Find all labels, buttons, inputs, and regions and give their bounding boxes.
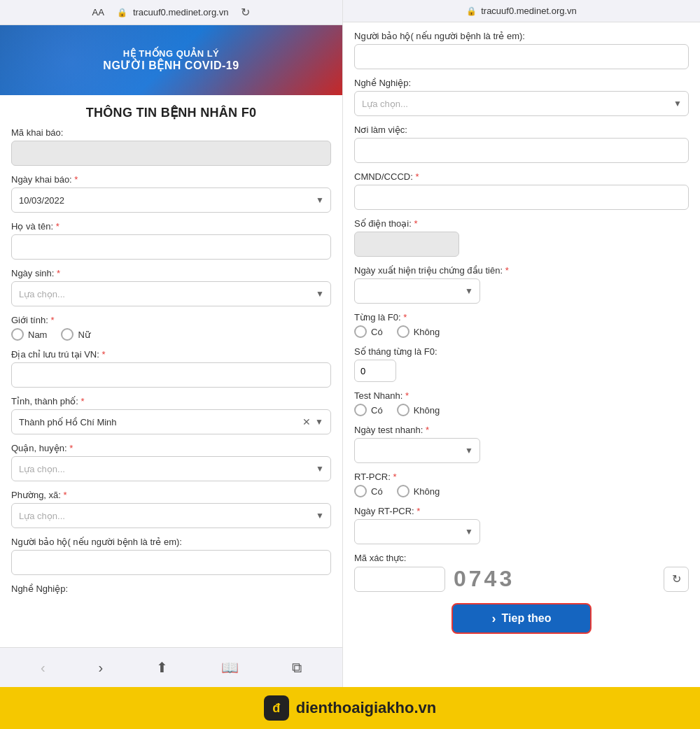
radio-rtpcr-khong[interactable]: Không — [397, 485, 440, 497]
radio-group-gioi-tinh: Nam Nữ — [11, 328, 331, 341]
field-noi-lam-viec: Nơi làm việc: — [354, 125, 689, 163]
radio-group-f0: Có Không — [354, 325, 689, 338]
select-phuong[interactable]: Lựa chọn... ▼ — [11, 503, 331, 528]
input-noi-lam-viec[interactable] — [354, 138, 689, 163]
label-nghe-nghiep-bottom: Nghề Nghiệp: — [11, 583, 331, 594]
field-ngay-rtpcr: Ngày RT-PCR: * ▼ — [354, 506, 689, 544]
nav-bookmarks-button[interactable]: 📖 — [216, 656, 244, 679]
field-gioi-tinh: Giới tính: * Nam Nữ — [11, 315, 331, 341]
input-ma-khai-bao[interactable] — [11, 141, 331, 166]
radio-circle-f0-co — [354, 325, 367, 338]
radio-nu[interactable]: Nữ — [61, 328, 90, 341]
label-ngay-trieu-chung: Ngày xuất hiện triệu chứng đầu tiên: * — [354, 265, 689, 276]
input-ho-ten[interactable] — [11, 234, 331, 260]
submit-button[interactable]: › Tiep theo — [451, 603, 592, 634]
label-ngay-khai-bao: Ngày khai báo: * — [11, 174, 331, 185]
input-dia-chi[interactable] — [11, 362, 331, 388]
logo-text: đ — [272, 701, 280, 716]
footer-logo: đ — [264, 695, 289, 721]
select-ngay-test-input[interactable] — [354, 438, 480, 463]
field-dia-chi: Địa chỉ lưu trú tại VN: * — [11, 349, 331, 388]
label-ho-ten: Họ và tên: * — [11, 221, 331, 232]
submit-label: Tiep theo — [502, 612, 552, 625]
radio-circle-rtpcr-co — [354, 485, 367, 497]
left-browser-bar: AA 🔒 tracuuf0.medinet.org.vn ↻ — [0, 0, 342, 25]
field-ngay-sinh: Ngày sinh: * Lựa chọn... ▼ — [11, 268, 331, 306]
radio-nam[interactable]: Nam — [11, 328, 47, 341]
field-nguoi-bao-ho-2: Người bảo hộ( nếu người bệnh là trẻ em): — [354, 31, 689, 69]
select-ngay-khai-bao[interactable]: 10/03/2022 ▼ — [11, 187, 331, 213]
select-quan[interactable]: Lựa chọn... ▼ — [11, 456, 331, 481]
banner-line1: HỆ THỐNG QUẢN LÝ — [103, 48, 239, 59]
lock-icon: 🔒 — [117, 8, 127, 17]
label-nu: Nữ — [78, 330, 90, 340]
field-ngay-trieu-chung: Ngày xuất hiện triệu chứng đầu tiên: * ▼ — [354, 265, 689, 304]
right-form: Người bảo hộ( nếu người bệnh là trẻ em):… — [343, 22, 700, 687]
input-nguoi-bao-ho-2[interactable] — [354, 44, 689, 69]
clear-city-icon[interactable]: ✕ — [302, 416, 311, 427]
label-gioi-tinh: Giới tính: * — [11, 315, 331, 325]
radio-group-test-nhanh: Có Không — [354, 404, 689, 416]
input-cmnd[interactable] — [354, 185, 689, 210]
field-rtpcr: RT-PCR: * Có Không — [354, 472, 689, 497]
radio-group-rtpcr: Có Không — [354, 485, 689, 497]
label-khong: Không — [414, 327, 440, 337]
left-url[interactable]: tracuuf0.medinet.org.vn — [133, 7, 229, 17]
label-tinh-tp: Tỉnh, thành phố: * — [11, 396, 331, 406]
select-ngay-rtpcr-input[interactable] — [354, 519, 480, 544]
footer-site-name[interactable]: dienthoaigiakho.vn — [296, 699, 436, 717]
select-ngay-rtpcr[interactable]: ▼ — [354, 519, 480, 544]
label-rtpcr: RT-PCR: * — [354, 472, 689, 482]
chevron-down-icon: ▼ — [315, 417, 323, 427]
label-nam: Nam — [28, 330, 47, 340]
nav-forward-button[interactable]: › — [93, 657, 109, 679]
label-nghe-nghiep: Nghề Nghiệp: — [354, 78, 689, 88]
nav-back-button[interactable]: ‹ — [35, 657, 51, 679]
label-cmnd: CMND/CCCD: * — [354, 171, 689, 182]
radio-f0-co[interactable]: Có — [354, 325, 383, 338]
label-quan-huyen: Quận, huyện: * — [11, 443, 331, 453]
field-ngay-test-nhanh: Ngày test nhanh: * ▼ — [354, 425, 689, 463]
input-so-thang[interactable]: 0 — [354, 360, 396, 382]
city-select[interactable]: Thành phố Hồ Chí Minh ✕ ▼ — [11, 409, 331, 434]
radio-rtpcr-co[interactable]: Có — [354, 485, 383, 497]
select-ngay-trieu-chung-input[interactable] — [354, 278, 480, 304]
field-phuong-xa: Phường, xã: * Lựa chọn... ▼ — [11, 490, 331, 528]
select-ngay-sinh[interactable]: Lựa chọn... ▼ — [11, 281, 331, 306]
label-noi-lam-viec: Nơi làm việc: — [354, 125, 689, 135]
radio-test-co[interactable]: Có — [354, 404, 383, 416]
select-quan-input[interactable]: Lựa chọn... — [11, 456, 331, 481]
select-nghe-nghiep-input[interactable]: Lựa chọn... — [354, 91, 689, 116]
nav-share-button[interactable]: ⬆ — [150, 656, 174, 679]
reload-icon[interactable]: ↻ — [241, 6, 250, 19]
banner-line2: NGƯỜI BỆNH COVID-19 — [103, 59, 239, 72]
label-ma-khai-bao: Mã khai báo: — [11, 127, 331, 138]
select-ngay-sinh-input[interactable]: Lựa chọn... — [11, 281, 331, 306]
banner-text: HỆ THỐNG QUẢN LÝ NGƯỜI BỆNH COVID-19 — [103, 48, 239, 72]
radio-test-khong[interactable]: Không — [397, 404, 440, 416]
select-ngay-trieu-chung[interactable]: ▼ — [354, 278, 480, 304]
select-phuong-input[interactable]: Lựa chọn... — [11, 503, 331, 528]
left-form: Mã khai báo: Ngày khai báo: * 10/03/2022… — [0, 127, 342, 647]
captcha-refresh-button[interactable]: ↻ — [664, 567, 689, 592]
label-sdt: Số điện thoại: * — [354, 218, 689, 229]
field-cmnd: CMND/CCCD: * — [354, 171, 689, 210]
right-browser-bar: 🔒 tracuuf0.medinet.org.vn — [343, 0, 700, 22]
input-sdt[interactable] — [354, 232, 459, 257]
select-ngay-khai-bao-input[interactable]: 10/03/2022 — [11, 187, 331, 213]
font-size-label: AA — [92, 7, 104, 17]
radio-circle-f0-khong — [397, 325, 410, 338]
label-test-co: Có — [371, 405, 383, 416]
input-captcha[interactable] — [354, 567, 445, 592]
label-rtpcr-khong: Không — [414, 486, 440, 497]
field-ho-ten: Họ và tên: * — [11, 221, 331, 260]
right-url[interactable]: tracuuf0.medinet.org.vn — [481, 6, 577, 16]
field-test-nhanh: Test Nhanh: * Có Không — [354, 390, 689, 416]
radio-f0-khong[interactable]: Không — [397, 325, 440, 338]
input-nguoi-bao-ho[interactable] — [11, 550, 331, 575]
nav-tabs-button[interactable]: ⧉ — [286, 657, 307, 679]
select-ngay-test[interactable]: ▼ — [354, 438, 480, 463]
label-test-khong: Không — [414, 405, 440, 416]
select-nghe-nghiep[interactable]: Lựa chọn... ▼ — [354, 91, 689, 116]
label-dia-chi: Địa chỉ lưu trú tại VN: * — [11, 349, 331, 360]
